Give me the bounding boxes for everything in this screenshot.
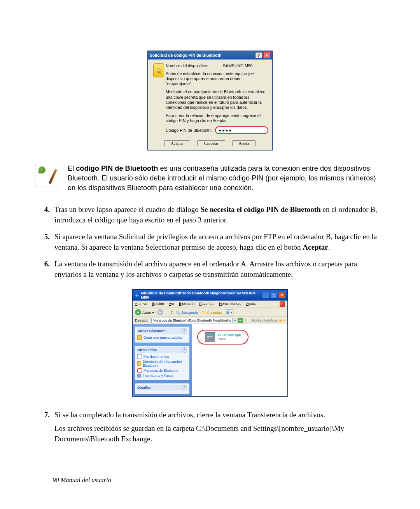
file-size: 20KB — [218, 338, 241, 341]
device-name-label: Nombre del dispositivo: — [166, 63, 208, 68]
step-number: 6. — [35, 259, 54, 280]
sidebar-item-bt-places[interactable]: Mis sitios de Bluetooth — [137, 368, 187, 373]
chevron-up-icon[interactable]: ˄ — [182, 328, 187, 334]
panel-detalles-title: Detalles — [137, 386, 151, 390]
tasks-sidebar: Tareas Bluetooth˄ Crear una nueva carpet… — [133, 324, 192, 396]
step-number: 7. — [35, 410, 54, 448]
search-button[interactable]: 🔍 Búsqueda — [176, 310, 198, 315]
close-icon[interactable]: × — [278, 292, 285, 298]
help-button[interactable]: Ayuda — [232, 140, 256, 146]
windows-flag-icon — [280, 301, 285, 307]
step-7-text: Si se ha completado la transmisión de ar… — [54, 410, 385, 448]
menu-bar: Archivo Edición Ver Bluetooth Favoritos … — [133, 301, 287, 308]
sidebar-item-bt-exchange[interactable]: Directorio de intercambio Bluetooth — [137, 359, 187, 368]
close-icon[interactable]: × — [263, 52, 270, 58]
pin-label: Código PIN de Bluetooth: — [166, 128, 212, 133]
pin-input[interactable]: ●●●● — [215, 126, 269, 134]
menu-edicion[interactable]: Edición — [152, 301, 164, 307]
minimize-icon[interactable]: _ — [262, 292, 269, 298]
note-text: El código PIN de Bluetooth es una contra… — [68, 164, 385, 193]
transferred-file[interactable]: ETC Bluetooth.eps 20KB — [197, 330, 248, 345]
panel-tareas-title: Tareas Bluetooth — [137, 329, 166, 333]
menu-ver[interactable]: Ver — [169, 301, 174, 307]
document-icon — [137, 354, 142, 359]
sidebar-item-new-folder[interactable]: Crear una nueva carpeta — [137, 335, 187, 340]
sidebar-item-mydocs[interactable]: Mis documentos — [137, 354, 187, 359]
step-5-text: Si aparece la ventana Solicitud de privi… — [54, 232, 385, 253]
folder-icon — [137, 335, 142, 340]
step-6-text: La ventana de transmisión del archivo ap… — [54, 259, 385, 280]
device-name-value: SAMSUNG M50 — [223, 63, 252, 68]
dialog-title: Solicitud de código PIN de Bluetooth — [150, 53, 221, 58]
panel-otros-title: Otros sitios — [137, 348, 157, 352]
address-input[interactable] — [151, 318, 233, 323]
bluetooth-pin-dialog: Solicitud de código PIN de Bluetooth ? ×… — [147, 51, 273, 150]
bluetooth-icon — [137, 368, 142, 373]
chevron-down-icon[interactable]: ˅ — [182, 385, 187, 390]
forward-button[interactable]: ► — [157, 309, 163, 315]
views-button[interactable]: ▦ ▾ — [225, 309, 233, 315]
file-thumb-icon: ETC — [205, 332, 215, 342]
menu-archivo[interactable]: Archivo — [135, 301, 147, 307]
dialog-para1: Antes de establecer la conexión, este eq… — [166, 71, 268, 86]
printer-icon — [137, 374, 141, 378]
dialog-titlebar: Solicitud de código PIN de Bluetooth ? × — [148, 51, 272, 59]
note-icon — [35, 164, 58, 187]
menu-ayuda[interactable]: Ayuda — [246, 301, 256, 307]
dialog-para2: Mediante el emparejamiento de Bluetooth … — [166, 89, 268, 110]
bluetooth-lock-icon: 🔒 — [153, 63, 164, 77]
back-button[interactable]: ◄Atrás ▾ — [135, 309, 154, 315]
antivirus-label: Norton AntiVirus — [252, 318, 278, 322]
explorer-titlebar: 💠Mis sitios de Bluetooth\Todo Bluetooth … — [133, 290, 287, 301]
accept-button[interactable]: Aceptar — [164, 140, 190, 146]
go-label: Ir — [245, 318, 247, 322]
step-number: 4. — [35, 205, 54, 226]
address-label: Dirección — [135, 318, 150, 322]
explorer-window: 💠Mis sitios de Bluetooth\Todo Bluetooth … — [132, 289, 288, 397]
step-4-text: Tras un breve lapso aparece el cuadro de… — [54, 205, 385, 226]
menu-favoritos[interactable]: Favoritos — [199, 301, 214, 307]
sidebar-item-printers[interactable]: Impresoras y Faxes — [137, 373, 187, 378]
maximize-icon[interactable]: □ — [270, 292, 277, 298]
toolbar: ◄Atrás ▾ ► · ⤴ 🔍 Búsqueda 📁 Carpetas ▦ ▾ — [133, 308, 287, 317]
help-icon[interactable]: ? — [255, 52, 262, 58]
menu-herramientas[interactable]: Herramientas — [219, 301, 241, 307]
address-bar: Dirección ▾ ➔ Ir Norton AntiVirus ◉ ▾ — [133, 317, 287, 324]
folders-button[interactable]: 📁 Carpetas — [201, 310, 222, 315]
page-footer: 90 Manual del usuario — [52, 476, 111, 484]
menu-bluetooth[interactable]: Bluetooth — [179, 301, 194, 307]
step-number: 5. — [35, 232, 54, 253]
chevron-up-icon[interactable]: ˄ — [182, 347, 187, 353]
explorer-title: Mis sitios de Bluetooth\Todo Bluetooth N… — [141, 291, 262, 299]
cancel-button[interactable]: Cancelar — [197, 140, 225, 146]
up-icon[interactable]: ⤴ — [171, 310, 173, 315]
dialog-para3: Para crear la relación de emparejamiento… — [166, 113, 268, 123]
bluetooth-icon: 💠 — [135, 293, 139, 297]
antivirus-icon[interactable]: ◉ ▾ — [279, 318, 285, 322]
go-button[interactable]: ➔ — [238, 318, 243, 323]
folder-icon — [137, 361, 141, 366]
